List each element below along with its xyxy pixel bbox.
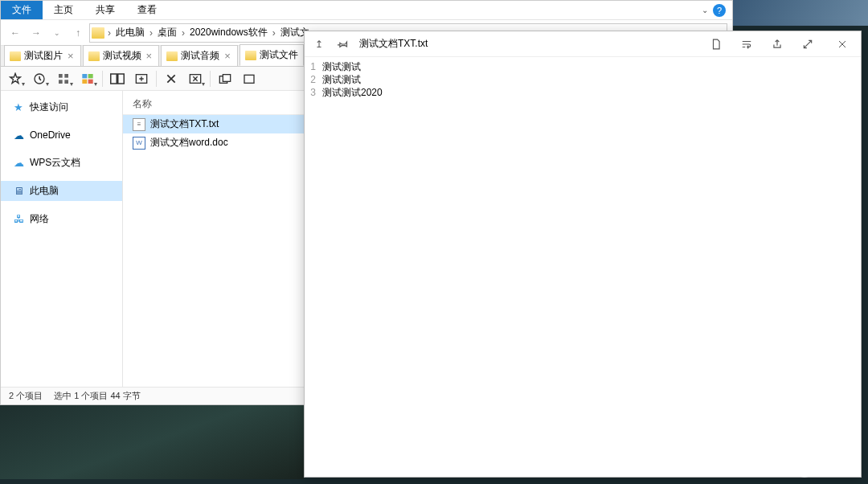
wrap-icon[interactable] — [739, 36, 755, 52]
cloud-icon: ☁ — [12, 129, 25, 142]
cloud-icon: ☁ — [12, 157, 25, 170]
line-number: 2 — [305, 73, 316, 86]
sidebar-item-quick-access[interactable]: ★ 快速访问 — [1, 97, 122, 117]
text-line: 测试测试 — [322, 73, 383, 86]
text-line: 测试测试 — [322, 60, 383, 73]
recent-dropdown[interactable]: ⌄ — [47, 23, 67, 43]
chevron-down-icon[interactable]: ⌄ — [702, 6, 708, 14]
line-number-gutter: 1 2 3 — [305, 57, 319, 99]
word-file-icon: W — [133, 137, 145, 150]
help-icon[interactable]: ? — [713, 4, 726, 17]
sidebar-item-label: 快速访问 — [30, 100, 68, 114]
sidebar-item-this-pc[interactable]: 🖥 此电脑 — [1, 181, 122, 201]
sidebar: ★ 快速访问 ☁ OneDrive ☁ WPS云文档 🖥 此电脑 🖧 网络 — [1, 91, 123, 387]
desktop-wallpaper-bottom — [0, 405, 304, 479]
apps-button[interactable] — [76, 69, 99, 88]
close-icon[interactable]: × — [145, 50, 154, 62]
svg-rect-8 — [88, 79, 93, 83]
sidebar-item-label: OneDrive — [30, 129, 71, 141]
status-item-count: 2 个项目 — [9, 390, 43, 402]
delete-button[interactable] — [160, 69, 182, 88]
folder-icon — [10, 51, 21, 61]
watermark: 值 什么值得买 — [796, 461, 860, 478]
sidebar-item-onedrive[interactable]: ☁ OneDrive — [1, 125, 122, 145]
quicklook-body: 1 2 3 测试测试 测试测试 测试测试2020 — [305, 57, 861, 99]
svg-rect-7 — [82, 79, 87, 83]
menu-view[interactable]: 查看 — [126, 1, 168, 19]
up-button[interactable]: ↑ — [68, 23, 88, 43]
crumb-folder[interactable]: 2020windows软件 — [188, 26, 269, 39]
pin-icon[interactable] — [335, 36, 351, 52]
watermark-text: 什么值得买 — [816, 464, 860, 476]
crumb-this-pc[interactable]: 此电脑 — [114, 26, 146, 39]
chevron-right-icon: › — [106, 27, 113, 39]
chevron-right-icon: › — [180, 27, 186, 39]
separator — [210, 71, 211, 87]
menu-file[interactable]: 文件 — [1, 1, 43, 19]
line-number: 3 — [305, 86, 316, 99]
svg-rect-9 — [111, 74, 117, 84]
file-name: 测试文档word.doc — [150, 136, 228, 150]
back-button[interactable]: ← — [6, 23, 25, 43]
history-button[interactable] — [28, 69, 51, 88]
up-arrow-icon[interactable]: ↥ — [311, 36, 327, 52]
file-name: 测试文档TXT.txt — [150, 117, 219, 131]
svg-rect-5 — [82, 74, 87, 78]
svg-rect-3 — [59, 80, 63, 84]
status-selection: 选中 1 个项目 44 字节 — [54, 390, 141, 402]
network-icon: 🖧 — [12, 213, 25, 226]
svg-rect-6 — [88, 74, 93, 78]
fullscreen-icon[interactable] — [800, 36, 816, 52]
sidebar-item-network[interactable]: 🖧 网络 — [1, 209, 122, 229]
close-icon[interactable]: × — [66, 50, 76, 62]
svg-rect-4 — [64, 80, 68, 84]
menu-home[interactable]: 主页 — [43, 1, 84, 19]
tab-audio[interactable]: 测试音频 × — [161, 45, 238, 66]
watermark-badge-icon: 值 — [796, 461, 813, 478]
svg-rect-14 — [223, 74, 230, 81]
close-button[interactable] — [830, 36, 854, 52]
menubar: 文件 主页 共享 查看 ⌄ ? — [1, 1, 732, 20]
forward-button[interactable]: → — [27, 23, 46, 43]
sidebar-item-wps[interactable]: ☁ WPS云文档 — [1, 153, 122, 173]
view-options-button[interactable] — [52, 69, 75, 88]
tab-files[interactable]: 测试文件 — [240, 44, 304, 66]
desktop-wallpaper-strip — [733, 0, 868, 26]
quicklook-titlebar[interactable]: ↥ 测试文档TXT.txt — [305, 31, 861, 57]
share-icon[interactable] — [769, 36, 785, 52]
close-pane-button[interactable] — [184, 69, 207, 88]
monitor-icon: 🖥 — [12, 185, 25, 198]
text-content[interactable]: 测试测试 测试测试 测试测试2020 — [319, 57, 383, 99]
sidebar-item-label: WPS云文档 — [30, 156, 80, 170]
sidebar-item-label: 此电脑 — [30, 184, 59, 198]
svg-rect-10 — [118, 74, 125, 84]
chevron-right-icon: › — [271, 27, 277, 39]
tab-videos[interactable]: 测试视频 × — [83, 45, 160, 66]
tab-images[interactable]: 测试图片 × — [4, 45, 81, 66]
tab-label: 测试视频 — [103, 49, 141, 63]
svg-rect-15 — [244, 75, 254, 83]
dual-pane-button[interactable] — [106, 69, 129, 88]
quicklook-window: ↥ 测试文档TXT.txt 1 2 — [304, 31, 862, 478]
sidebar-item-label: 网络 — [30, 212, 49, 226]
folder-icon — [92, 27, 104, 39]
paste-button[interactable] — [238, 69, 260, 88]
separator — [156, 71, 157, 87]
tab-label: 测试文件 — [260, 48, 298, 62]
copy-button[interactable] — [214, 69, 236, 88]
tab-label: 测试图片 — [24, 49, 63, 63]
text-file-icon: ≡ — [133, 118, 145, 131]
separator — [102, 71, 103, 87]
text-line: 测试测试2020 — [322, 86, 383, 99]
tab-label: 测试音频 — [181, 49, 219, 63]
document-icon[interactable] — [708, 36, 724, 52]
folder-icon — [166, 51, 178, 61]
favorites-button[interactable] — [4, 69, 27, 88]
menu-share[interactable]: 共享 — [84, 1, 126, 19]
star-icon: ★ — [12, 101, 25, 114]
line-number: 1 — [305, 60, 316, 73]
new-pane-button[interactable] — [130, 69, 153, 88]
crumb-desktop[interactable]: 桌面 — [156, 26, 178, 39]
folder-icon — [245, 51, 256, 60]
close-icon[interactable]: × — [223, 50, 232, 62]
